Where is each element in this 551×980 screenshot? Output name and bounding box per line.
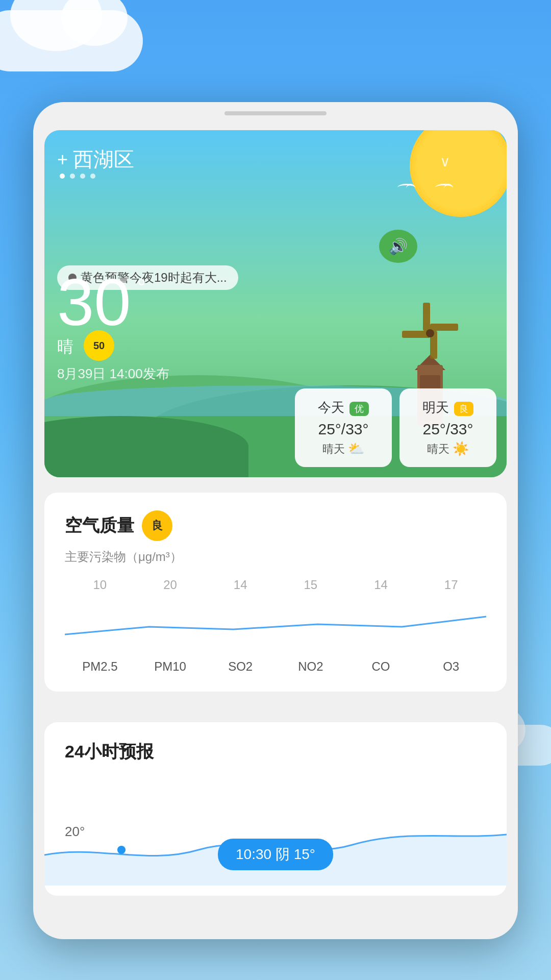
weather-card: ∨ 🔊 + 西湖区 [44,130,507,477]
today-badge: 优 [349,402,369,416]
temperature-display: 30 ° 晴 50 8月39日 14:00发布 [57,269,169,383]
aq-header: 空气质量 良 [65,510,486,541]
aq-chart: 10 20 14 15 14 17 [65,578,486,654]
dot-2 [70,174,75,179]
aq-val-pm25: 10 [65,578,135,592]
today-label: 今天 [318,400,344,415]
add-location-icon[interactable]: + [57,149,68,170]
degree-symbol: ° [137,274,146,301]
tomorrow-weather-icon: ☀️ [453,441,469,457]
phone-notch [224,111,327,115]
aq-val-so2: 14 [205,578,276,592]
forecast24-card: 24小时预报 20° 10:30 阴 15° [44,722,507,896]
today-forecast-card: 今天 优 25°/33° 晴天 ⛅ [295,388,392,467]
aq-quality-badge: 良 [142,510,172,541]
aq-val-pm10: 20 [135,578,206,592]
aq-subtitle: 主要污染物（μg/m³） [65,549,486,565]
forecast-row: 今天 优 25°/33° 晴天 ⛅ 明天 良 25°/33° 晴天 ☀️ [295,388,496,467]
speaker-icon: 🔊 [389,237,408,255]
dot-3 [80,174,85,179]
forecast24-title: 24小时预报 [65,740,486,764]
aq-title: 空气质量 [65,514,134,537]
speaker-button[interactable]: 🔊 [379,230,417,263]
chevron-down-icon[interactable]: ∨ [440,153,450,170]
dot-1 [60,174,65,179]
today-condition: 晴天 ⛅ [308,441,379,457]
location-header: + 西湖区 [57,145,134,174]
tomorrow-temp: 25°/33° [412,421,484,438]
tomorrow-condition: 晴天 ☀️ [412,441,484,457]
label-pm25: PM2.5 [65,659,135,674]
aq-val-no2: 15 [276,578,346,592]
tomorrow-forecast-card: 明天 良 25°/33° 晴天 ☀️ [399,388,496,467]
label-o3: O3 [416,659,486,674]
dot-4 [90,174,95,179]
today-weather-icon: ⛅ [348,441,364,457]
temperature-value: 30 [57,265,131,339]
background-cloud-1 [0,10,143,71]
time-badge: 10:30 阴 15° [218,839,333,870]
label-co: CO [346,659,416,674]
aq-values-row: 10 20 14 15 14 17 [65,578,486,592]
birds-decoration [395,181,456,196]
tomorrow-badge: 良 [454,402,473,416]
today-temp: 25°/33° [308,421,379,438]
label-so2: SO2 [205,659,276,674]
tomorrow-label: 明天 [422,400,449,415]
aq-line-chart [65,596,486,647]
label-pm10: PM10 [135,659,206,674]
label-no2: NO2 [276,659,346,674]
sun-decoration [410,130,507,217]
aq-val-o3: 17 [416,578,486,592]
air-quality-card: 空气质量 良 主要污染物（μg/m³） 10 20 14 15 14 17 PM… [44,493,507,692]
aq-val-co: 14 [346,578,416,592]
phone-frame: ∨ 🔊 + 西湖区 [33,102,518,939]
location-name: 西湖区 [73,145,134,174]
location-dots [60,174,95,179]
svg-point-0 [117,846,126,854]
aq-labels-row: PM2.5 PM10 SO2 NO2 CO O3 [65,659,486,674]
publish-date: 8月39日 14:00发布 [57,365,169,383]
